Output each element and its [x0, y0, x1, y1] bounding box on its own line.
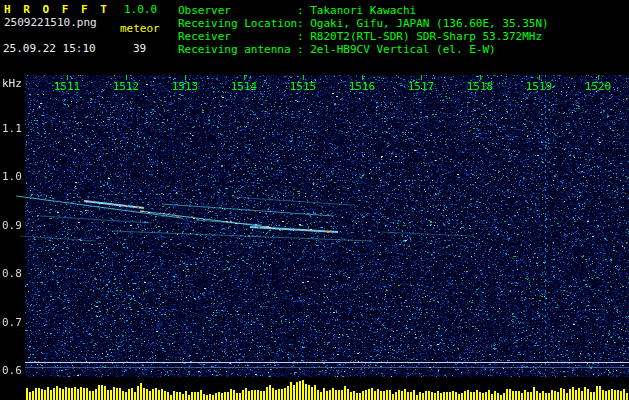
info-label: Observer	[178, 4, 297, 17]
app-title: H R O F F T	[4, 3, 110, 16]
unit-count: 39	[133, 42, 146, 55]
x-tick-label: 1515	[290, 80, 317, 93]
header-info: Observer: Takanori KawachiReceiving Loca…	[178, 4, 549, 56]
spectrogram-canvas	[0, 75, 629, 400]
datetime-label: 25.09.22 15:10	[3, 42, 96, 55]
x-tick-label: 1513	[172, 80, 199, 93]
x-tick-label: 1519	[526, 80, 553, 93]
y-tick-label: 1.1	[2, 122, 22, 135]
info-row: Receiving Location: Ogaki, Gifu, JAPAN (…	[178, 17, 549, 30]
x-tick-label: 1517	[408, 80, 435, 93]
output-filename: 2509221510.png	[4, 16, 97, 29]
info-label: Receiver	[178, 30, 297, 43]
x-tick-label: 1518	[467, 80, 494, 93]
x-tick-label: 1516	[349, 80, 376, 93]
y-tick-label: 1.0	[2, 170, 22, 183]
info-value: : 2el-HB9CV Vertical (el. E-W)	[297, 43, 496, 56]
info-row: Receiver: R820T2(RTL-SDR) SDR-Sharp 53.3…	[178, 30, 549, 43]
x-tick-label: 1511	[54, 80, 81, 93]
app-version: 1.0.0	[124, 3, 157, 16]
y-axis-unit: kHz	[2, 77, 22, 90]
hrofft-window: H R O F F T 1.0.0 2509221510.png meteor …	[0, 0, 629, 400]
info-row: Observer: Takanori Kawachi	[178, 4, 549, 17]
info-label: Receiving antenna	[178, 43, 297, 56]
info-label: Receiving Location	[178, 17, 297, 30]
x-tick-label: 1520	[585, 80, 612, 93]
x-tick-label: 1512	[113, 80, 140, 93]
x-tick-label: 1514	[231, 80, 258, 93]
info-value: : R820T2(RTL-SDR) SDR-Sharp 53.372MHz	[297, 30, 542, 43]
y-tick-label: 0.8	[2, 267, 22, 280]
y-tick-label: 0.9	[2, 219, 22, 232]
mode-label: meteor	[120, 22, 160, 35]
y-tick-label: 0.7	[2, 316, 22, 329]
info-row: Receiving antenna: 2el-HB9CV Vertical (e…	[178, 43, 549, 56]
info-value: : Takanori Kawachi	[297, 4, 416, 17]
y-tick-label: 0.6	[2, 364, 22, 377]
info-value: : Ogaki, Gifu, JAPAN (136.60E, 35.35N)	[297, 17, 549, 30]
